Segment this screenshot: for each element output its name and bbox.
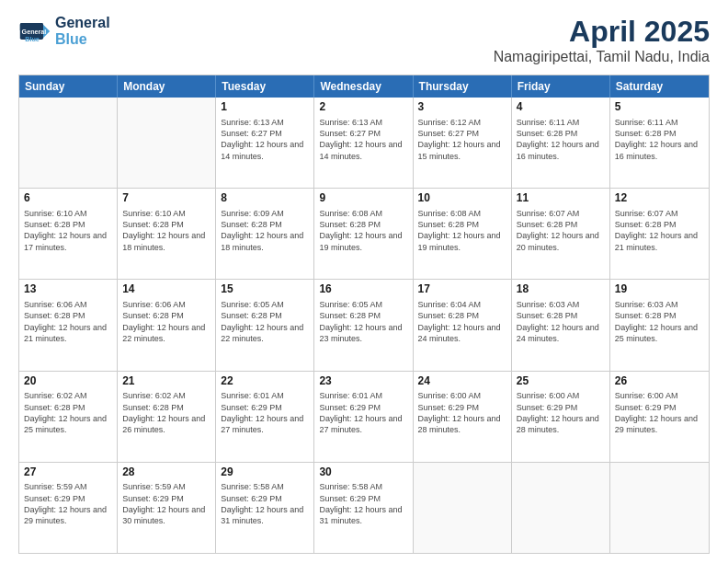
day-number: 27	[24, 465, 112, 480]
day-number: 18	[517, 282, 605, 297]
day-number: 12	[615, 191, 704, 206]
day-number: 26	[615, 374, 704, 389]
day-cell-w3-d6: 18Sunrise: 6:03 AM Sunset: 6:28 PM Dayli…	[512, 280, 610, 370]
day-number: 16	[319, 282, 407, 297]
day-cell-w1-d3: 1Sunrise: 6:13 AM Sunset: 6:27 PM Daylig…	[216, 98, 314, 188]
day-info: Sunrise: 6:07 AM Sunset: 6:28 PM Dayligh…	[517, 209, 599, 252]
day-number: 10	[418, 191, 506, 206]
day-cell-w1-d5: 3Sunrise: 6:12 AM Sunset: 6:27 PM Daylig…	[414, 98, 512, 188]
day-number: 5	[615, 100, 704, 115]
title-block: April 2025 Namagiripettai, Tamil Nadu, I…	[494, 15, 710, 65]
day-number: 28	[122, 465, 210, 480]
day-cell-w5-d4: 30Sunrise: 5:58 AM Sunset: 6:29 PM Dayli…	[314, 463, 413, 553]
day-info: Sunrise: 5:58 AM Sunset: 6:29 PM Dayligh…	[221, 482, 303, 525]
header-saturday: Saturday	[610, 75, 709, 98]
day-info: Sunrise: 6:01 AM Sunset: 6:29 PM Dayligh…	[221, 391, 303, 434]
day-cell-w5-d7	[610, 463, 709, 553]
day-info: Sunrise: 6:07 AM Sunset: 6:28 PM Dayligh…	[615, 209, 698, 252]
day-number: 23	[319, 374, 407, 389]
day-info: Sunrise: 5:58 AM Sunset: 6:29 PM Dayligh…	[319, 482, 402, 525]
day-cell-w3-d1: 13Sunrise: 6:06 AM Sunset: 6:28 PM Dayli…	[19, 280, 118, 370]
day-cell-w3-d3: 15Sunrise: 6:05 AM Sunset: 6:28 PM Dayli…	[216, 280, 314, 370]
day-info: Sunrise: 6:03 AM Sunset: 6:28 PM Dayligh…	[615, 300, 698, 343]
day-info: Sunrise: 5:59 AM Sunset: 6:29 PM Dayligh…	[122, 482, 205, 525]
day-cell-w2-d6: 11Sunrise: 6:07 AM Sunset: 6:28 PM Dayli…	[512, 189, 610, 279]
day-number: 6	[24, 191, 112, 206]
day-number: 22	[221, 374, 309, 389]
day-number: 4	[517, 100, 605, 115]
day-cell-w1-d4: 2Sunrise: 6:13 AM Sunset: 6:27 PM Daylig…	[314, 98, 413, 188]
logo-text-general: General	[55, 15, 110, 31]
day-info: Sunrise: 6:04 AM Sunset: 6:28 PM Dayligh…	[418, 300, 501, 343]
day-cell-w4-d7: 26Sunrise: 6:00 AM Sunset: 6:29 PM Dayli…	[610, 372, 709, 462]
header-monday: Monday	[118, 75, 216, 98]
day-cell-w5-d5	[414, 463, 512, 553]
header-tuesday: Tuesday	[216, 75, 314, 98]
day-info: Sunrise: 6:02 AM Sunset: 6:28 PM Dayligh…	[122, 391, 205, 434]
day-info: Sunrise: 6:10 AM Sunset: 6:28 PM Dayligh…	[24, 209, 107, 252]
day-info: Sunrise: 6:06 AM Sunset: 6:28 PM Dayligh…	[24, 300, 107, 343]
day-cell-w3-d2: 14Sunrise: 6:06 AM Sunset: 6:28 PM Dayli…	[118, 280, 216, 370]
day-cell-w5-d2: 28Sunrise: 5:59 AM Sunset: 6:29 PM Dayli…	[118, 463, 216, 553]
day-cell-w4-d3: 22Sunrise: 6:01 AM Sunset: 6:29 PM Dayli…	[216, 372, 314, 462]
week-row-3: 13Sunrise: 6:06 AM Sunset: 6:28 PM Dayli…	[19, 279, 709, 370]
day-number: 11	[517, 191, 605, 206]
day-cell-w3-d4: 16Sunrise: 6:05 AM Sunset: 6:28 PM Dayli…	[314, 280, 413, 370]
day-number: 9	[319, 191, 407, 206]
day-number: 17	[418, 282, 506, 297]
day-cell-w2-d2: 7Sunrise: 6:10 AM Sunset: 6:28 PM Daylig…	[118, 189, 216, 279]
day-number: 25	[517, 374, 605, 389]
day-info: Sunrise: 6:05 AM Sunset: 6:28 PM Dayligh…	[221, 300, 303, 343]
calendar: Sunday Monday Tuesday Wednesday Thursday…	[18, 75, 710, 554]
day-info: Sunrise: 6:05 AM Sunset: 6:28 PM Dayligh…	[319, 300, 402, 343]
day-cell-w5-d6	[512, 463, 610, 553]
day-number: 30	[319, 465, 407, 480]
day-cell-w1-d7: 5Sunrise: 6:11 AM Sunset: 6:28 PM Daylig…	[610, 98, 709, 188]
day-cell-w5-d3: 29Sunrise: 5:58 AM Sunset: 6:29 PM Dayli…	[216, 463, 314, 553]
day-info: Sunrise: 6:01 AM Sunset: 6:29 PM Dayligh…	[319, 391, 402, 434]
day-number: 21	[122, 374, 210, 389]
day-info: Sunrise: 6:00 AM Sunset: 6:29 PM Dayligh…	[615, 391, 698, 434]
day-info: Sunrise: 6:13 AM Sunset: 6:27 PM Dayligh…	[221, 118, 303, 161]
day-info: Sunrise: 6:13 AM Sunset: 6:27 PM Dayligh…	[319, 118, 402, 161]
week-row-4: 20Sunrise: 6:02 AM Sunset: 6:28 PM Dayli…	[19, 371, 709, 462]
svg-text:Blue: Blue	[25, 35, 40, 43]
day-cell-w2-d3: 8Sunrise: 6:09 AM Sunset: 6:28 PM Daylig…	[216, 189, 314, 279]
logo-icon: General Blue	[18, 15, 51, 48]
day-cell-w2-d7: 12Sunrise: 6:07 AM Sunset: 6:28 PM Dayli…	[610, 189, 709, 279]
day-info: Sunrise: 6:00 AM Sunset: 6:29 PM Dayligh…	[517, 391, 599, 434]
day-number: 3	[418, 100, 506, 115]
day-info: Sunrise: 6:12 AM Sunset: 6:27 PM Dayligh…	[418, 118, 501, 161]
day-cell-w4-d5: 24Sunrise: 6:00 AM Sunset: 6:29 PM Dayli…	[414, 372, 512, 462]
calendar-body: 1Sunrise: 6:13 AM Sunset: 6:27 PM Daylig…	[19, 98, 709, 553]
page: General Blue General Blue April 2025 Nam…	[0, 0, 728, 563]
logo-text-blue: Blue	[55, 31, 110, 48]
week-row-1: 1Sunrise: 6:13 AM Sunset: 6:27 PM Daylig…	[19, 98, 709, 188]
day-cell-w3-d5: 17Sunrise: 6:04 AM Sunset: 6:28 PM Dayli…	[414, 280, 512, 370]
day-info: Sunrise: 6:00 AM Sunset: 6:29 PM Dayligh…	[418, 391, 501, 434]
week-row-2: 6Sunrise: 6:10 AM Sunset: 6:28 PM Daylig…	[19, 188, 709, 279]
day-number: 7	[122, 191, 210, 206]
day-info: Sunrise: 6:02 AM Sunset: 6:28 PM Dayligh…	[24, 391, 107, 434]
day-number: 8	[221, 191, 309, 206]
day-cell-w4-d6: 25Sunrise: 6:00 AM Sunset: 6:29 PM Dayli…	[512, 372, 610, 462]
day-info: Sunrise: 6:08 AM Sunset: 6:28 PM Dayligh…	[319, 209, 402, 252]
day-info: Sunrise: 6:06 AM Sunset: 6:28 PM Dayligh…	[122, 300, 205, 343]
day-cell-w2-d5: 10Sunrise: 6:08 AM Sunset: 6:28 PM Dayli…	[414, 189, 512, 279]
day-cell-w1-d1	[19, 98, 118, 188]
day-number: 24	[418, 374, 506, 389]
day-info: Sunrise: 6:10 AM Sunset: 6:28 PM Dayligh…	[122, 209, 205, 252]
header-friday: Friday	[512, 75, 610, 98]
page-subtitle: Namagiripettai, Tamil Nadu, India	[494, 49, 710, 65]
day-info: Sunrise: 6:03 AM Sunset: 6:28 PM Dayligh…	[517, 300, 599, 343]
day-info: Sunrise: 5:59 AM Sunset: 6:29 PM Dayligh…	[24, 482, 107, 525]
header-wednesday: Wednesday	[314, 75, 413, 98]
header-thursday: Thursday	[414, 75, 512, 98]
day-cell-w2-d1: 6Sunrise: 6:10 AM Sunset: 6:28 PM Daylig…	[19, 189, 118, 279]
day-cell-w4-d4: 23Sunrise: 6:01 AM Sunset: 6:29 PM Dayli…	[314, 372, 413, 462]
day-number: 2	[319, 100, 407, 115]
day-info: Sunrise: 6:09 AM Sunset: 6:28 PM Dayligh…	[221, 209, 303, 252]
day-number: 14	[122, 282, 210, 297]
day-cell-w2-d4: 9Sunrise: 6:08 AM Sunset: 6:28 PM Daylig…	[314, 189, 413, 279]
day-number: 29	[221, 465, 309, 480]
